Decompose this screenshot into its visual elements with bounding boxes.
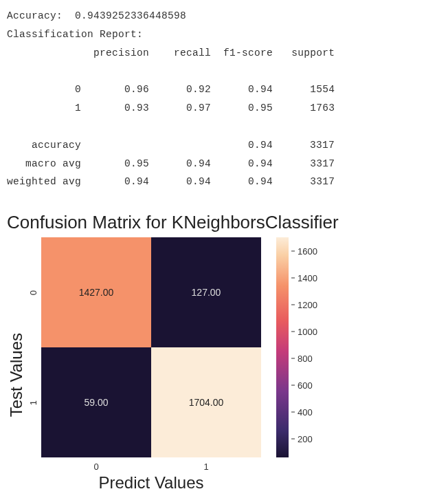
- y-tick-1: 1: [28, 398, 38, 407]
- col-recall: recall: [174, 47, 211, 58]
- accuracy-line: Accuracy: 0.9439252336448598: [7, 10, 186, 21]
- confusion-matrix-chart: Confusion Matrix for KNeighborsClassifie…: [7, 212, 441, 492]
- row-weighted: weighted avg: [7, 176, 81, 187]
- colorbar-tick: 600: [291, 380, 313, 390]
- row-macro: macro avg: [25, 158, 81, 169]
- cell-1-1: 1704.00: [151, 347, 261, 457]
- heatmap-grid: 1427.00 127.00 59.00 1704.00: [41, 237, 261, 457]
- cell-1-0: 59.00: [41, 347, 151, 457]
- x-axis-label: Predict Values: [41, 473, 261, 492]
- colorbar-tick: 1400: [291, 273, 317, 283]
- colorbar-tick: 1600: [291, 246, 317, 257]
- chart-title: Confusion Matrix for KNeighborsClassifie…: [7, 212, 441, 233]
- classification-report: Accuracy: 0.9439252336448598 Classificat…: [7, 7, 441, 191]
- colorbar-tick: 800: [291, 353, 313, 363]
- x-tick-0: 0: [41, 457, 151, 472]
- report-header: Classification Report:: [7, 29, 143, 40]
- colorbar-tick: 400: [291, 407, 313, 417]
- colorbar-tick: 1000: [291, 327, 317, 337]
- colorbar-tick: 200: [291, 433, 313, 444]
- y-ticks: 0 1: [29, 237, 37, 457]
- y-tick-0: 0: [28, 288, 38, 296]
- colorbar: 1600140012001000800600400200: [276, 237, 291, 457]
- cell-0-1: 127.00: [151, 237, 261, 347]
- colorbar-tick: 1200: [291, 300, 317, 310]
- y-axis-label: Test Values: [7, 312, 26, 417]
- col-f1: f1-score: [223, 47, 273, 58]
- colorbar-gradient: [276, 237, 289, 457]
- col-support: support: [291, 47, 335, 58]
- x-ticks: 0 1: [41, 457, 261, 472]
- col-precision: precision: [93, 47, 149, 58]
- row1-label: 1: [75, 102, 81, 113]
- x-tick-1: 1: [151, 457, 261, 472]
- row0-label: 0: [75, 84, 81, 95]
- row-accuracy: accuracy: [32, 140, 81, 151]
- cell-0-0: 1427.00: [41, 237, 151, 347]
